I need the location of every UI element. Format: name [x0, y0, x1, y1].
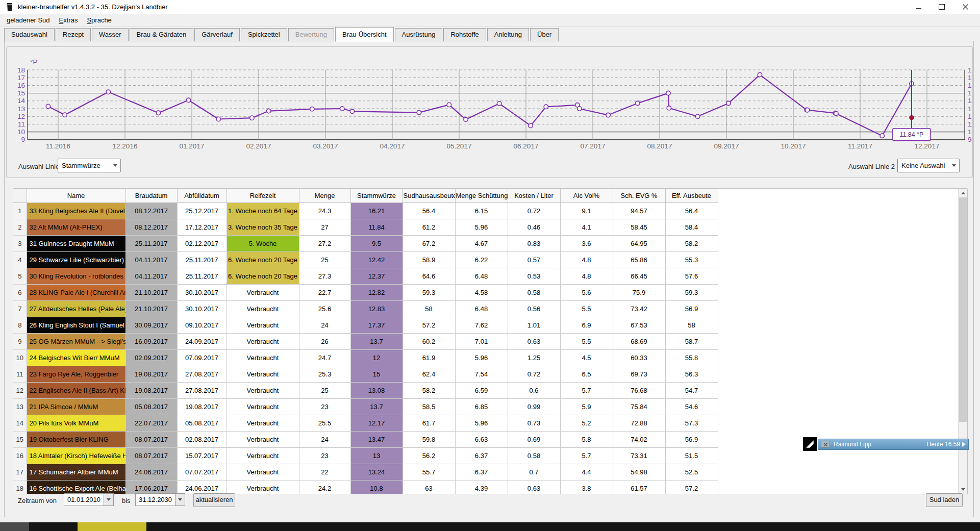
cell-name[interactable]: 21 IPA Simcoe / MMuM	[27, 399, 125, 415]
cell-stamm[interactable]: 13.08	[350, 383, 403, 399]
cell-schuett[interactable]: 7.62	[455, 317, 508, 334]
cell-alc[interactable]: 3.6	[560, 236, 613, 252]
cell-evg[interactable]: 73.42	[613, 301, 665, 317]
cell-ausbeute[interactable]: 58.2	[665, 236, 718, 252]
cell-schuett[interactable]: 6.15	[455, 203, 508, 219]
cell-alc[interactable]: 5.7	[560, 383, 613, 399]
cell-kosten[interactable]: 0.57	[508, 252, 560, 268]
cell-name[interactable]: 26 Kling English Stout I (Samuel S...	[27, 317, 125, 334]
cell-kosten[interactable]: 0.63	[508, 334, 560, 350]
cell-kosten[interactable]: 0.58	[508, 448, 560, 464]
sud-laden-button[interactable]: Sud laden	[926, 493, 963, 507]
cell-reife[interactable]: Verbraucht	[227, 285, 299, 301]
cell-sudhaus[interactable]: 58.9	[403, 252, 455, 268]
cell-kosten[interactable]: 0.73	[508, 415, 560, 432]
cell-braudatum[interactable]: 25.11.2017	[125, 236, 177, 252]
cell-kosten[interactable]: 1.01	[508, 317, 560, 334]
cell-sudhaus[interactable]: 59.8	[403, 432, 455, 448]
cell-reife[interactable]: Verbraucht	[227, 334, 299, 350]
cell-menge[interactable]: 26	[299, 334, 350, 350]
cell-evg[interactable]: 61.57	[613, 481, 665, 495]
cell-abfuell[interactable]: 02.12.2017	[177, 236, 227, 252]
cell-stamm[interactable]: 17.37	[350, 317, 403, 334]
tab-rezept[interactable]: Rezept	[56, 28, 91, 41]
cell-abfuell[interactable]: 24.09.2017	[177, 334, 227, 350]
cell-braudatum[interactable]: 04.11.2017	[125, 252, 177, 268]
cell-alc[interactable]: 4.8	[560, 252, 613, 268]
cell-alc[interactable]: 5.7	[560, 448, 613, 464]
cell-sudhaus[interactable]: 57.2	[403, 317, 455, 334]
line1-combobox[interactable]: Stammwürze	[58, 159, 121, 172]
row-number[interactable]: 15	[13, 432, 27, 448]
tab-spickzettel[interactable]: Spickzettel	[241, 28, 287, 41]
menu-geladener-sud[interactable]: geladener Sud	[2, 15, 55, 26]
cell-abfuell[interactable]: 24.06.2017	[177, 481, 227, 495]
menu-extras[interactable]: Extras	[55, 15, 83, 26]
column-header-menge[interactable]: Menge	[299, 189, 350, 203]
cell-evg[interactable]: 74.02	[613, 432, 665, 448]
cell-menge[interactable]: 24.2	[299, 481, 350, 495]
chevron-down-icon[interactable]	[175, 493, 185, 506]
cell-name[interactable]: 32 Alt MMuM (Alt-PHEX)	[27, 219, 125, 236]
cell-reife[interactable]: 3. Woche noch 35 Tage	[227, 219, 299, 236]
close-icon[interactable]	[821, 441, 830, 448]
cell-sudhaus[interactable]: 63	[403, 481, 455, 495]
row-number[interactable]: 14	[13, 415, 27, 432]
cell-sudhaus[interactable]: 60.2	[403, 334, 455, 350]
row-number[interactable]: 12	[13, 383, 27, 399]
cell-alc[interactable]: 5.6	[560, 285, 613, 301]
cell-abfuell[interactable]: 09.10.2017	[177, 317, 227, 334]
row-number[interactable]: 11	[13, 366, 27, 383]
cell-braudatum[interactable]: 08.07.2017	[125, 448, 177, 464]
cell-kosten[interactable]: 0.72	[508, 203, 560, 219]
cell-name[interactable]: 19 Oktoberfest-Bier KLING	[27, 432, 125, 448]
cell-schuett[interactable]: 7.01	[455, 334, 508, 350]
cell-stamm[interactable]: 11.84	[350, 219, 403, 236]
row-number[interactable]: 13	[13, 399, 27, 415]
expand-arrow-icon[interactable]	[962, 442, 966, 447]
cell-ausbeute[interactable]: 51.5	[665, 448, 718, 464]
menu-sprache[interactable]: Sprache	[82, 15, 116, 26]
cell-abfuell[interactable]: 07.07.2017	[177, 464, 227, 481]
cell-braudatum[interactable]: 21.10.2017	[125, 301, 177, 317]
cell-schuett[interactable]: 5.96	[455, 415, 508, 432]
cell-schuett[interactable]: 6.22	[455, 252, 508, 268]
cell-sudhaus[interactable]: 62.4	[403, 366, 455, 383]
cell-alc[interactable]: 5.2	[560, 415, 613, 432]
cell-ausbeute[interactable]: 56.9	[665, 301, 718, 317]
column-header-eff-ausbeute[interactable]: Eff. Ausbeute	[665, 189, 718, 203]
cell-sudhaus[interactable]: 58.5	[403, 399, 455, 415]
cell-evg[interactable]: 66.45	[613, 268, 665, 285]
scrollbar-thumb[interactable]	[959, 197, 967, 422]
tab-anleitung[interactable]: Anleitung	[487, 28, 529, 41]
cell-schuett[interactable]: 5.96	[455, 350, 508, 366]
cell-schuett[interactable]: 6.63	[455, 432, 508, 448]
cell-menge[interactable]: 24.7	[299, 350, 350, 366]
cell-name[interactable]: 29 Schwarze Lilie (Schwarzbier) M...	[27, 252, 125, 268]
cell-schuett[interactable]: 6.37	[455, 464, 508, 481]
cell-abfuell[interactable]: 27.08.2017	[177, 366, 227, 383]
cell-name[interactable]: 27 Altdeutsches Helles (Pale Ale) ...	[27, 301, 125, 317]
cell-evg[interactable]: 75.9	[613, 285, 665, 301]
messenger-icon[interactable]	[803, 437, 817, 451]
row-number[interactable]: 10	[13, 350, 27, 366]
cell-ausbeute[interactable]: 58.7	[665, 334, 718, 350]
tab-ausr-stung[interactable]: Ausrüstung	[395, 28, 443, 41]
tab-brau-g-rdaten[interactable]: Brau & Gärdaten	[130, 28, 194, 41]
zeitraum-von-value[interactable]: 01.01.2010	[64, 493, 104, 506]
cell-kosten[interactable]: 0.56	[508, 301, 560, 317]
cell-reife[interactable]: 6. Woche noch 20 Tage	[227, 252, 299, 268]
cell-stamm[interactable]: 13	[350, 448, 403, 464]
line2-combobox[interactable]: Keine Auswahl	[897, 159, 960, 172]
cell-braudatum[interactable]: 30.09.2017	[125, 317, 177, 334]
cell-stamm[interactable]: 12.42	[350, 252, 403, 268]
cell-reife[interactable]: Verbraucht	[227, 383, 299, 399]
cell-kosten[interactable]: 0.63	[508, 481, 560, 495]
cell-abfuell[interactable]: 19.08.2017	[177, 399, 227, 415]
cell-alc[interactable]: 5.5	[560, 301, 613, 317]
cell-reife[interactable]: Verbraucht	[227, 366, 299, 383]
column-header-kosten-liter[interactable]: Kosten / Liter	[508, 189, 560, 203]
cell-stamm[interactable]: 13.47	[350, 432, 403, 448]
cell-stamm[interactable]: 13.7	[350, 399, 403, 415]
cell-menge[interactable]: 24	[299, 317, 350, 334]
